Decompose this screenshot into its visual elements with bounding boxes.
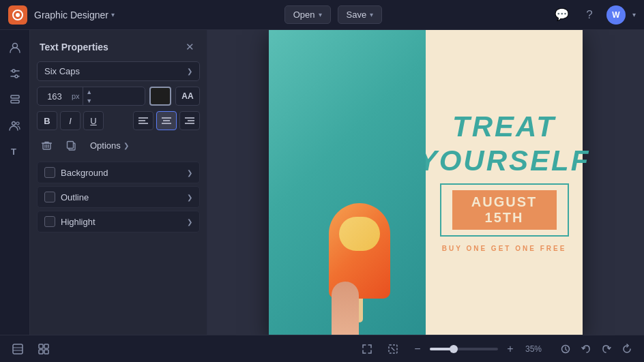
undo-button[interactable]: [577, 340, 595, 358]
app-name-chevron: ▾: [111, 11, 115, 18]
design-line1: TREAT: [452, 112, 556, 141]
app-logo: [8, 5, 27, 25]
app-name[interactable]: Graphic Designer ▾: [34, 10, 115, 20]
size-row: px ▲ ▼ AA: [37, 87, 200, 106]
design-line2: YOURSELF: [418, 147, 591, 175]
fullscreen-icon[interactable]: [357, 340, 377, 359]
redo-button[interactable]: [598, 340, 615, 358]
highlight-item[interactable]: Highlight ❯: [37, 211, 200, 232]
text-icon[interactable]: T: [4, 140, 26, 162]
save-button[interactable]: Save ▾: [338, 5, 383, 24]
highlight-left: Highlight: [44, 216, 96, 227]
crop-icon[interactable]: [383, 340, 402, 359]
svg-point-1: [16, 13, 20, 17]
chat-icon[interactable]: 💬: [552, 5, 572, 25]
undo-redo: [557, 340, 636, 358]
options-chevron: ❯: [123, 142, 129, 149]
checkbox-section: Background ❯ Outline ❯ Highlight ❯: [37, 162, 200, 232]
size-arrows: ▲ ▼: [83, 87, 96, 105]
grid-icon[interactable]: [34, 340, 53, 359]
people-icon[interactable]: [4, 115, 26, 136]
avatar-initials: W: [612, 10, 619, 20]
popsicle-bite: [339, 217, 380, 251]
outline-checkbox[interactable]: [44, 192, 55, 202]
sidebar-icons: T: [0, 30, 30, 335]
outline-left: Outline: [44, 192, 89, 202]
panel-header: Text Properties ✕: [30, 30, 207, 61]
topbar-center: Open ▾ Save ▾: [284, 5, 382, 24]
avatar[interactable]: W: [606, 5, 626, 25]
align-right-button[interactable]: [179, 111, 200, 130]
background-item[interactable]: Background ❯: [37, 162, 200, 183]
canvas-area: TREAT YOURSELF AUGUST 15TH BUY ONE GET O…: [207, 30, 644, 335]
help-icon[interactable]: ?: [579, 5, 600, 25]
text-properties-panel: Text Properties ✕ Six Caps ❯ px ▲ ▼ AA: [30, 30, 207, 335]
svg-rect-8: [11, 100, 19, 103]
copy-icon[interactable]: [61, 136, 80, 155]
outline-item[interactable]: Outline ❯: [37, 186, 200, 208]
font-selector[interactable]: Six Caps ❯: [37, 61, 200, 81]
outline-chevron: ❯: [187, 194, 192, 201]
open-button[interactable]: Open ▾: [284, 5, 331, 24]
main-area: T Text Properties ✕ Six Caps ❯ px ▲ ▼: [0, 30, 644, 335]
design-text-area: TREAT YOURSELF AUGUST 15TH BUY ONE GET O…: [426, 30, 583, 335]
close-button[interactable]: ✕: [182, 40, 197, 55]
open-chevron: ▾: [319, 11, 322, 18]
size-down-arrow[interactable]: ▼: [83, 96, 96, 105]
svg-rect-28: [13, 344, 23, 354]
font-chevron: ❯: [187, 67, 192, 75]
svg-text:T: T: [11, 147, 16, 157]
design-date: AUGUST 15TH: [452, 190, 557, 230]
highlight-label: Highlight: [61, 217, 96, 227]
underline-button[interactable]: U: [83, 111, 104, 130]
topbar: Graphic Designer ▾ Open ▾ Save ▾ 💬 ? W ▾: [0, 0, 644, 30]
design-promo: BUY ONE GET ONE FREE: [442, 245, 567, 252]
background-checkbox[interactable]: [44, 167, 55, 178]
options-button[interactable]: Options ❯: [86, 138, 133, 153]
open-label: Open: [293, 10, 315, 20]
sliders-icon[interactable]: [4, 63, 26, 85]
italic-label: I: [69, 116, 72, 126]
zoom-out-button[interactable]: −: [409, 341, 426, 357]
italic-button[interactable]: I: [60, 111, 80, 130]
aa-button[interactable]: AA: [175, 87, 200, 106]
size-up-arrow[interactable]: ▲: [83, 87, 96, 96]
design-content: TREAT YOURSELF AUGUST 15TH BUY ONE GET O…: [269, 30, 583, 335]
highlight-chevron: ❯: [187, 218, 192, 226]
size-input-wrap: px ▲ ▼: [37, 87, 145, 106]
layers-bottom-icon[interactable]: [8, 340, 27, 359]
svg-rect-34: [44, 350, 48, 354]
zoom-slider[interactable]: [430, 348, 498, 350]
aa-label: AA: [181, 91, 193, 101]
background-left: Background: [44, 167, 108, 178]
user-icon[interactable]: [4, 37, 26, 59]
layers-icon[interactable]: [4, 89, 26, 110]
refresh-icon[interactable]: [618, 340, 636, 358]
background-chevron: ❯: [187, 169, 192, 177]
format-row: B I U: [37, 111, 200, 130]
options-label: Options: [90, 140, 121, 151]
save-chevron: ▾: [370, 11, 373, 18]
highlight-checkbox[interactable]: [44, 216, 55, 227]
options-row: Options ❯: [37, 136, 200, 155]
app-name-label: Graphic Designer: [34, 10, 108, 20]
color-swatch[interactable]: [149, 87, 171, 106]
topbar-right: 💬 ? W ▾: [552, 5, 636, 25]
bold-label: B: [44, 116, 50, 126]
align-center-button[interactable]: [156, 111, 177, 130]
font-size-input[interactable]: [38, 88, 72, 105]
zoom-in-button[interactable]: +: [502, 341, 518, 357]
design-photo: [269, 30, 426, 335]
bold-button[interactable]: B: [37, 111, 57, 130]
zoom-percent: 35%: [525, 344, 550, 354]
svg-rect-32: [44, 344, 48, 348]
zoom-slider-thumb: [450, 345, 458, 353]
svg-rect-7: [11, 95, 19, 98]
svg-rect-27: [67, 141, 73, 148]
history-icon[interactable]: [557, 340, 574, 358]
avatar-chevron[interactable]: ▾: [632, 11, 636, 18]
align-left-button[interactable]: [133, 111, 153, 130]
save-label: Save: [347, 10, 367, 20]
background-label: Background: [61, 168, 108, 178]
delete-icon[interactable]: [37, 136, 56, 155]
